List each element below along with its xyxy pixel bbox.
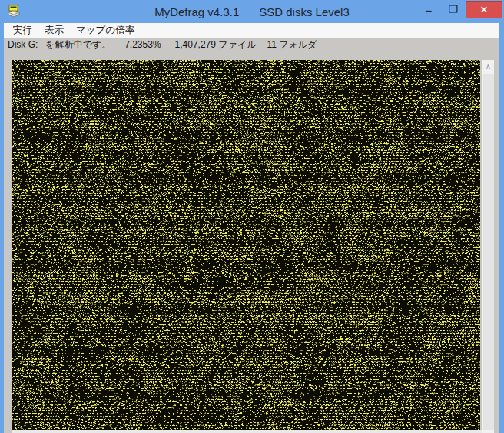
window-border-left [0,23,4,433]
disk-map-canvas [12,60,480,430]
maximize-button[interactable]: ❐ [441,0,466,18]
minimize-button[interactable]: – [416,0,441,18]
scrollbar-thumb[interactable] [483,74,494,430]
status-message: を解析中です。 [45,38,111,51]
titlebar[interactable]: MyDefrag v4.3.1 SSD disks Level3 – ❐ ✕ [0,0,504,23]
window-border-right [499,23,504,433]
window-controls: – ❐ ✕ [416,0,504,20]
menubar: 実行 表示 マップの倍率 [4,23,499,38]
close-icon: ✕ [480,4,489,15]
status-progress: 7.2353% [124,39,161,50]
menu-item-view[interactable]: 表示 [38,23,70,38]
menu-item-map-zoom[interactable]: マップの倍率 [70,23,141,38]
chevron-up-icon: ∧ [486,63,491,71]
menu-item-run[interactable]: 実行 [7,23,38,38]
minimize-icon: – [426,4,432,17]
maximize-icon: ❐ [449,3,459,15]
status-file-count: 1,407,279 ファイル [175,38,257,51]
status-folder-count: 11 フォルダ [267,38,317,51]
status-disk: Disk G: [8,39,38,50]
window-title-app: MyDefrag v4.3.1 [154,5,239,18]
vertical-scrollbar[interactable]: ∧ [482,60,494,433]
status-line: Disk G: を解析中です。 7.2353% 1,407,279 ファイル 1… [4,38,499,51]
map-bottom-edge [12,430,494,433]
scrollbar-up-button[interactable]: ∧ [482,60,494,73]
close-button[interactable]: ✕ [466,1,502,18]
window-title-script: SSD disks Level3 [259,5,350,18]
mydefrag-window: MyDefrag v4.3.1 SSD disks Level3 – ❐ ✕ 実… [0,0,504,433]
